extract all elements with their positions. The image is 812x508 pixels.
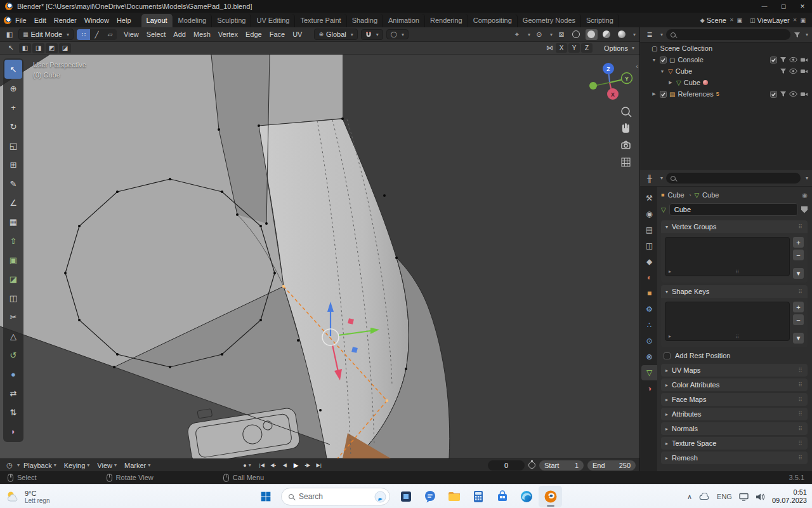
timeline-menu-view[interactable]: View▾	[93, 460, 121, 471]
workspace-tab-shading[interactable]: Shading	[347, 14, 383, 27]
specials-menu-button[interactable]: ▾	[793, 268, 804, 279]
properties-tab-particles[interactable]: ∴	[641, 318, 657, 333]
play-button[interactable]: ▶	[291, 460, 302, 471]
auto-keying-toggle[interactable]: ●	[243, 462, 246, 469]
jump-to-end-button[interactable]: ▶|	[313, 460, 325, 471]
tool-bevel[interactable]: ◪	[4, 269, 22, 288]
camera-icon[interactable]	[800, 57, 808, 63]
breadcrumb-object[interactable]: Cube	[667, 191, 684, 199]
language-indicator[interactable]: ENG	[717, 493, 732, 500]
panel-face-maps[interactable]: ▸Face Maps⠿	[661, 393, 808, 406]
viewport-menu-add[interactable]: Add	[169, 29, 190, 40]
viewport-menu-face[interactable]: Face	[266, 29, 289, 40]
start-button[interactable]	[254, 486, 277, 507]
properties-tab-modifiers[interactable]: ⚙	[641, 302, 657, 317]
editor-type-properties-icon[interactable]: ╫	[644, 175, 655, 182]
properties-tab-physics[interactable]: ⊙	[641, 333, 657, 349]
list-resize-grip[interactable]: ⠿	[735, 269, 740, 275]
tool-scale[interactable]: ◱	[4, 136, 22, 155]
tool-inset-faces[interactable]: ▣	[4, 250, 22, 269]
tool-spin[interactable]: ↺	[4, 345, 22, 364]
viewport-menu-select[interactable]: Select	[143, 29, 170, 40]
tool-move[interactable]: +	[4, 98, 22, 117]
tool-measure[interactable]: ∠	[4, 193, 22, 212]
editor-type-3d-icon[interactable]: ◧	[4, 30, 15, 39]
expander-icon[interactable]: ▶	[651, 91, 657, 97]
onedrive-cloud-icon[interactable]	[699, 493, 710, 500]
clock-widget[interactable]: 0:51 09.07.2023	[772, 488, 807, 505]
scene-unlink-icon[interactable]: ✕	[728, 17, 735, 23]
tray-chevron-up-icon[interactable]: ∧	[687, 493, 692, 501]
workspace-tab-scripting[interactable]: Scripting	[581, 14, 619, 27]
list-resize-grip[interactable]: ⠿	[735, 334, 740, 340]
shading-rendered-button[interactable]	[616, 29, 628, 40]
scene-selector[interactable]: Scene	[707, 17, 726, 24]
select-mode-extend[interactable]: ◨	[32, 43, 44, 53]
tool-cursor[interactable]: ⊕	[4, 79, 22, 98]
properties-tab-tool[interactable]: ⚒	[641, 190, 657, 206]
workspace-tab-animation[interactable]: Animation	[383, 14, 425, 27]
tool-select-box[interactable]: ↖	[4, 60, 22, 79]
viewport-menu-edge[interactable]: Edge	[242, 29, 266, 40]
expander-icon[interactable]: ▶	[667, 80, 674, 85]
collection-checkbox[interactable]	[660, 91, 667, 98]
camera-icon[interactable]	[800, 68, 808, 74]
properties-tab-render[interactable]: ◉	[641, 206, 657, 222]
show-gizmo-icon[interactable]: ⌖	[511, 30, 523, 39]
checkbox-icon[interactable]	[770, 57, 777, 64]
workspace-tab-compositing[interactable]: Compositing	[468, 14, 518, 27]
edge-icon[interactable]	[514, 486, 538, 507]
weather-widget[interactable]: 9°C Lett regn	[5, 485, 49, 508]
tool-knife[interactable]: ✂	[4, 307, 22, 326]
workspace-tab-rendering[interactable]: Rendering	[425, 14, 468, 27]
chat-icon[interactable]	[418, 486, 442, 507]
workspace-tab-texture-paint[interactable]: Texture Paint	[295, 14, 346, 27]
timeline-menu-playback[interactable]: Playback▾	[20, 460, 60, 471]
funnel-icon[interactable]	[780, 57, 787, 63]
viewport-menu-uv[interactable]: UV	[289, 29, 306, 40]
jump-to-start-button[interactable]: |◀	[256, 460, 268, 471]
tool-transform[interactable]: ⊞	[4, 155, 22, 174]
timeline-menu-marker[interactable]: Marker▾	[121, 460, 154, 471]
preview-range-icon[interactable]	[528, 462, 535, 469]
volume-icon[interactable]	[756, 493, 765, 501]
tool-rotate[interactable]: ↻	[4, 117, 22, 136]
outliner-row[interactable]: ▼▢Console	[640, 54, 812, 65]
frame-start-field[interactable]: Start 1	[539, 460, 584, 471]
mirror-x-toggle[interactable]: X	[556, 43, 567, 53]
viewlayer-selector[interactable]: ViewLayer	[757, 17, 790, 24]
face-select-button[interactable]: ▱	[103, 29, 117, 40]
minimize-button[interactable]: —	[755, 0, 774, 13]
shading-solid-button[interactable]	[586, 29, 598, 40]
mode-dropdown[interactable]: ▦ Edit Mode ▾	[18, 29, 74, 40]
current-frame-field[interactable]: 0	[488, 460, 525, 471]
outliner-row[interactable]: ▢Scene Collection	[640, 43, 812, 54]
panel-color-attributes[interactable]: ▸Color Attributes⠿	[661, 378, 808, 391]
store-icon[interactable]	[490, 486, 514, 507]
timeline-menu-keying[interactable]: Keying▾	[60, 460, 94, 471]
network-icon[interactable]	[739, 493, 749, 501]
properties-tab-object-data[interactable]: ▽	[641, 365, 657, 380]
task-view-icon[interactable]	[394, 486, 417, 507]
list-expand-icon[interactable]: ▸	[669, 333, 671, 339]
menu-file[interactable]: File	[11, 15, 30, 26]
setting-add-rest-position[interactable]: Add Rest Position	[661, 349, 808, 362]
tool-add-cube[interactable]: ▦	[4, 212, 22, 231]
checkbox[interactable]	[664, 352, 671, 359]
properties-search-input[interactable]	[666, 173, 801, 184]
datablock-list[interactable]: ▸⠿	[665, 237, 790, 276]
taskbar-search-input[interactable]: Search	[281, 488, 390, 505]
workspace-tab-uv-editing[interactable]: UV Editing	[251, 14, 295, 27]
blender-app-menu-icon[interactable]	[4, 17, 11, 24]
panel-uv-maps[interactable]: ▸UV Maps⠿	[661, 364, 808, 377]
edge-select-button[interactable]: ╱	[90, 29, 103, 40]
remove-item-button[interactable]: −	[793, 314, 804, 325]
tool-extrude-region[interactable]: ⇧	[4, 231, 22, 250]
eye-icon[interactable]	[789, 91, 797, 97]
panel-header-vertex-groups[interactable]: ▾Vertex Groups⠿	[661, 220, 808, 233]
workspace-tab-modeling[interactable]: Modeling	[173, 14, 213, 27]
properties-tab-constraints[interactable]: ⊗	[641, 349, 657, 364]
toggle-xray-icon[interactable]: ⊠	[556, 30, 567, 39]
menu-window[interactable]: Window	[81, 15, 113, 26]
list-expand-icon[interactable]: ▸	[669, 269, 671, 274]
